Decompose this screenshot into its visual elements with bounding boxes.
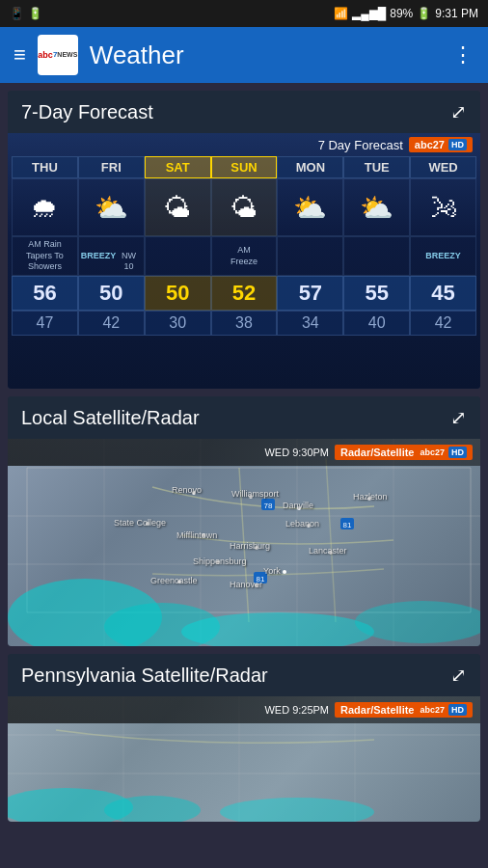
pa-radar-timestamp: WED 9:25PM bbox=[264, 704, 329, 716]
city-lebanon: Lebanon bbox=[285, 519, 319, 529]
main-content: 7-Day Forecast ⤢ 7 Day Forecast abc27 HD… bbox=[0, 83, 488, 868]
local-radar-card-header: Local Satellite/Radar ⤢ bbox=[8, 396, 480, 439]
badge-abc: abc27 bbox=[415, 139, 445, 150]
high-tue: 55 bbox=[343, 276, 410, 311]
pa-radar-visual: WED 9:25PM Radar/Satellite abc27 HD bbox=[8, 696, 480, 822]
day-sat: SAT bbox=[145, 156, 211, 178]
more-options-icon[interactable]: ⋮ bbox=[452, 42, 474, 68]
status-bar: 📱 🔋 📶 ▂▄▆█ 89% 🔋 9:31 PM bbox=[0, 0, 488, 27]
forecast-card-title: 7-Day Forecast bbox=[21, 101, 153, 123]
app-logo: abc 7 NEWS bbox=[38, 35, 78, 75]
city-greencastle: Greencastle bbox=[150, 576, 198, 585]
city-state-college: State College bbox=[114, 518, 166, 528]
low-sun: 38 bbox=[211, 311, 278, 336]
svg-point-15 bbox=[355, 601, 480, 643]
svg-point-36 bbox=[220, 798, 374, 822]
city-danville: Danville bbox=[283, 501, 313, 510]
nav-bar: ≡ abc 7 NEWS Weather ⋮ bbox=[0, 27, 488, 83]
cond-thu: AM RainTapers ToShowers bbox=[12, 236, 78, 276]
day-fri: FRI bbox=[78, 156, 145, 178]
battery-icon: 🔋 bbox=[28, 7, 42, 20]
day-thu: THU bbox=[12, 156, 78, 178]
seven-day-forecast-card: 7-Day Forecast ⤢ 7 Day Forecast abc27 HD… bbox=[8, 91, 480, 389]
low-sat: 30 bbox=[145, 311, 211, 336]
battery-full-icon: 🔋 bbox=[417, 7, 431, 20]
cond-wed: BREEZY bbox=[410, 236, 476, 276]
day-wed: WED bbox=[410, 156, 476, 178]
badge-hd: HD bbox=[448, 139, 467, 150]
city-hazleton: Hazleton bbox=[353, 492, 388, 502]
low-fri: 42 bbox=[78, 311, 145, 336]
forecast-expand-icon[interactable]: ⤢ bbox=[450, 100, 467, 123]
day-sun: SUN bbox=[211, 156, 278, 178]
pa-radar-badge: Radar/Satellite abc27 HD bbox=[335, 702, 473, 718]
local-radar-visual: 78 81 81 bbox=[8, 439, 480, 646]
svg-point-25 bbox=[283, 570, 286, 574]
icon-fri: ⛅ bbox=[78, 178, 145, 236]
pa-radar-expand-icon[interactable]: ⤢ bbox=[450, 664, 467, 687]
local-radar-timestamp: WED 9:30PM bbox=[264, 447, 329, 458]
day-mon: MON bbox=[277, 156, 343, 178]
city-york: York bbox=[263, 566, 281, 576]
cond-tue bbox=[343, 236, 410, 276]
city-williamsport: Williamsport bbox=[231, 489, 279, 499]
city-renovo: Renovo bbox=[172, 485, 202, 495]
cond-mon bbox=[277, 236, 343, 276]
signal-icon: ▂▄▆█ bbox=[352, 7, 386, 20]
high-sat: 50 bbox=[145, 276, 211, 311]
svg-text:81: 81 bbox=[343, 521, 352, 529]
low-mon: 34 bbox=[277, 311, 343, 336]
city-hanover: Hanover bbox=[230, 580, 262, 589]
pa-radar-card-header: Pennsylvania Satellite/Radar ⤢ bbox=[8, 654, 480, 696]
high-fri: 50 bbox=[78, 276, 145, 311]
icon-wed: 🌬 bbox=[410, 178, 476, 236]
city-lancaster: Lancaster bbox=[309, 546, 347, 556]
local-radar-card: Local Satellite/Radar ⤢ bbox=[8, 396, 480, 646]
high-mon: 57 bbox=[277, 276, 343, 311]
local-radar-badge-label: Radar/Satellite bbox=[340, 447, 414, 458]
forecast-visual: 7 Day Forecast abc27 HD THU FRI SAT SUN … bbox=[8, 133, 480, 389]
status-right: 📶 ▂▄▆█ 89% 🔋 9:31 PM bbox=[334, 7, 478, 20]
battery-percent: 89% bbox=[390, 7, 413, 20]
day-tue: TUE bbox=[343, 156, 410, 178]
local-radar-card-title: Local Satellite/Radar bbox=[21, 407, 200, 429]
pa-radar-badge-label: Radar/Satellite bbox=[340, 704, 414, 716]
highs-row: 56 50 50 52 57 55 45 bbox=[12, 276, 476, 311]
hamburger-menu-icon[interactable]: ≡ bbox=[14, 42, 26, 68]
forecast-card-header: 7-Day Forecast ⤢ bbox=[8, 91, 480, 133]
local-radar-map: 78 81 81 bbox=[8, 439, 480, 646]
forecast-container: 7 Day Forecast abc27 HD THU FRI SAT SUN … bbox=[8, 133, 480, 389]
high-thu: 56 bbox=[12, 276, 78, 311]
page-title: Weather bbox=[90, 41, 441, 70]
days-row: THU FRI SAT SUN MON TUE WED bbox=[12, 156, 476, 178]
pa-radar-banner: WED 9:25PM Radar/Satellite abc27 HD bbox=[8, 696, 480, 723]
city-mifflintown: Mifflintown bbox=[176, 530, 217, 540]
pa-abc-label: abc27 bbox=[420, 705, 445, 715]
icon-mon: ⛅ bbox=[277, 178, 343, 236]
lows-row: 47 42 30 38 34 40 42 bbox=[12, 311, 476, 336]
icon-thu: 🌧 bbox=[12, 178, 78, 236]
cond-sun: AMFreeze bbox=[211, 236, 278, 276]
low-thu: 47 bbox=[12, 311, 78, 336]
low-wed: 42 bbox=[410, 311, 476, 336]
local-radar-hd: HD bbox=[448, 447, 467, 458]
cond-fri: BREEZYNW 10 bbox=[78, 236, 145, 276]
wifi-icon: 📶 bbox=[334, 7, 348, 20]
pa-radar-hd: HD bbox=[448, 704, 467, 716]
pa-radar-map: WED 9:25PM Radar/Satellite abc27 HD bbox=[8, 696, 480, 822]
low-tue: 40 bbox=[343, 311, 410, 336]
high-wed: 45 bbox=[410, 276, 476, 311]
local-radar-badge: Radar/Satellite abc27 HD bbox=[335, 445, 473, 460]
icons-row: 🌧 ⛅ 🌤 🌤 ⛅ ⛅ 🌬 bbox=[12, 178, 476, 236]
forecast-header-row: 7 Day Forecast abc27 HD bbox=[8, 133, 480, 154]
forecast-logo-badge: abc27 HD bbox=[409, 137, 473, 152]
cond-sat bbox=[145, 236, 211, 276]
local-radar-banner: WED 9:30PM Radar/Satellite abc27 HD bbox=[8, 439, 480, 466]
local-radar-expand-icon[interactable]: ⤢ bbox=[450, 406, 467, 429]
city-shippensburg: Shippensburg bbox=[193, 556, 247, 566]
status-left: 📱 🔋 bbox=[10, 7, 42, 20]
forecast-title-text: 7 Day Forecast bbox=[318, 138, 403, 152]
icon-sun: 🌤 bbox=[211, 178, 278, 236]
clock: 9:31 PM bbox=[435, 7, 478, 20]
conditions-row: AM RainTapers ToShowers BREEZYNW 10 AMFr… bbox=[12, 236, 476, 276]
